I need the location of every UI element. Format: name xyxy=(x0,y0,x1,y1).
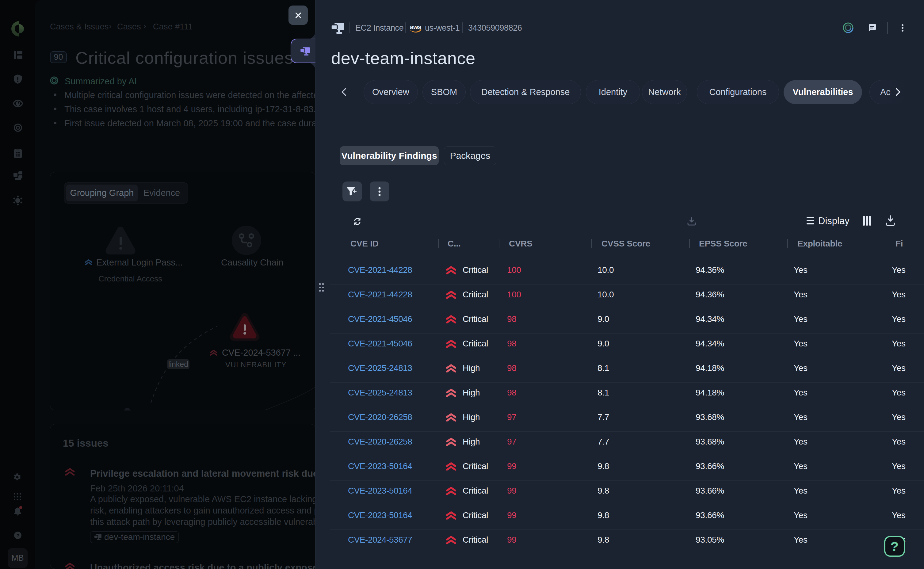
svg-text:aws: aws xyxy=(410,24,421,30)
svg-text:?: ? xyxy=(16,533,19,538)
